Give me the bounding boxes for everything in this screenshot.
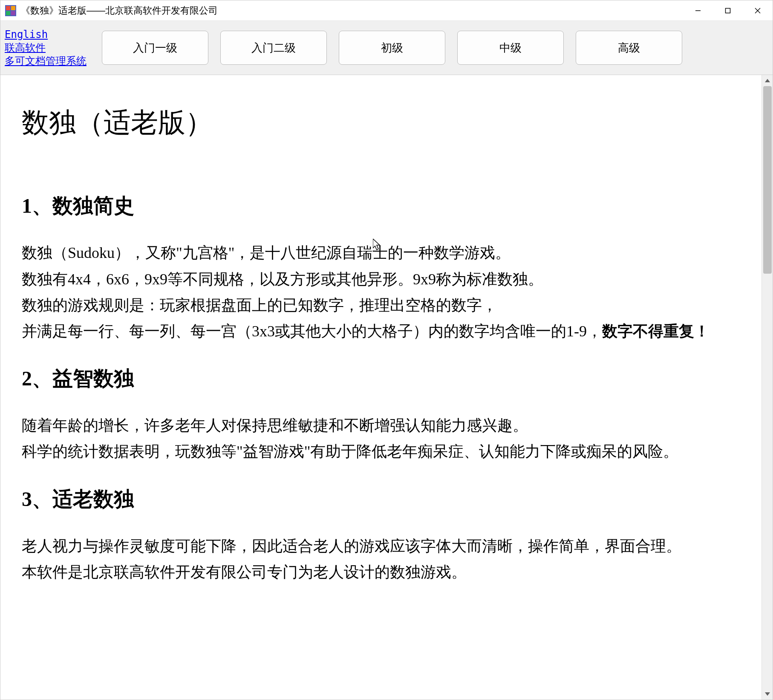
link-company[interactable]: 联高软件 [5, 42, 90, 54]
section-3-line-1: 老人视力与操作灵敏度可能下降，因此适合老人的游戏应该字体大而清晰，操作简单，界面… [22, 538, 681, 555]
section-3-line-2: 本软件是北京联高软件开发有限公司专门为老人设计的数独游戏。 [22, 564, 467, 581]
section-2-title: 2、益智数独 [22, 365, 740, 392]
section-1-line-2: 数独有4x4，6x6，9x9等不同规格，以及方形或其他异形。9x9称为标准数独。 [22, 271, 543, 288]
content-area: 数独（适老版） 1、数独简史 数独（Sudoku），又称"九宫格"，是十八世纪源… [0, 75, 761, 700]
section-1-line-4b: 数字不得重复！ [602, 323, 710, 340]
window-title: 《数独》适老版——北京联高软件开发有限公司 [21, 4, 683, 17]
scrollbar-track[interactable] [762, 86, 773, 688]
section-1-title: 1、数独简史 [22, 192, 740, 220]
vertical-scrollbar[interactable] [761, 75, 773, 700]
level-elementary-button[interactable]: 初级 [339, 31, 445, 65]
toolbar-links: English 联高软件 多可文档管理系统 [5, 29, 90, 67]
scroll-down-arrow-icon[interactable] [762, 688, 773, 700]
window-controls [683, 0, 773, 20]
section-3-title: 3、适老数独 [22, 486, 740, 513]
svg-rect-3 [6, 11, 10, 15]
section-2-line-2: 科学的统计数据表明，玩数独等"益智游戏"有助于降低老年痴呆症、认知能力下降或痴呆… [22, 443, 678, 460]
maximize-button[interactable] [713, 0, 743, 20]
level-beginner-1-button[interactable]: 入门一级 [102, 31, 208, 65]
level-intermediate-button[interactable]: 中级 [457, 31, 564, 65]
section-3-body: 老人视力与操作灵敏度可能下降，因此适合老人的游戏应该字体大而清晰，操作简单，界面… [22, 533, 740, 585]
link-english[interactable]: English [5, 29, 90, 41]
svg-rect-4 [11, 11, 15, 15]
titlebar: 《数独》适老版——北京联高软件开发有限公司 [0, 0, 773, 21]
level-buttons: 入门一级 入门二级 初级 中级 高级 [102, 31, 682, 65]
section-1-line-1: 数独（Sudoku），又称"九宫格"，是十八世纪源自瑞士的一种数学游戏。 [22, 244, 511, 261]
toolbar: English 联高软件 多可文档管理系统 入门一级 入门二级 初级 中级 高级 [0, 21, 773, 75]
section-1-line-3: 数独的游戏规则是：玩家根据盘面上的已知数字，推理出空格的数字， [22, 297, 497, 314]
svg-rect-1 [6, 6, 10, 10]
scrollbar-thumb[interactable] [763, 86, 772, 274]
link-dms[interactable]: 多可文档管理系统 [5, 55, 90, 67]
app-icon [5, 5, 17, 17]
content-wrapper: 数独（适老版） 1、数独简史 数独（Sudoku），又称"九宫格"，是十八世纪源… [0, 75, 773, 700]
level-advanced-button[interactable]: 高级 [576, 31, 682, 65]
scroll-up-arrow-icon[interactable] [762, 75, 773, 86]
section-2-body: 随着年龄的增长，许多老年人对保持思维敏捷和不断增强认知能力感兴趣。 科学的统计数… [22, 413, 740, 465]
section-1-line-4a: 并满足每一行、每一列、每一宫（3x3或其他大小的大格子）内的数字均含唯一的1-9… [22, 323, 602, 340]
section-2-line-1: 随着年龄的增长，许多老年人对保持思维敏捷和不断增强认知能力感兴趣。 [22, 417, 528, 434]
close-button[interactable] [743, 0, 773, 20]
level-beginner-2-button[interactable]: 入门二级 [220, 31, 327, 65]
application-window: 《数独》适老版——北京联高软件开发有限公司 English 联高软件 多可文档管… [0, 0, 773, 700]
page-title: 数独（适老版） [22, 104, 740, 141]
svg-rect-6 [726, 8, 730, 13]
svg-rect-2 [11, 6, 15, 10]
section-1-body: 数独（Sudoku），又称"九宫格"，是十八世纪源自瑞士的一种数学游戏。 数独有… [22, 240, 740, 344]
minimize-button[interactable] [683, 0, 713, 20]
